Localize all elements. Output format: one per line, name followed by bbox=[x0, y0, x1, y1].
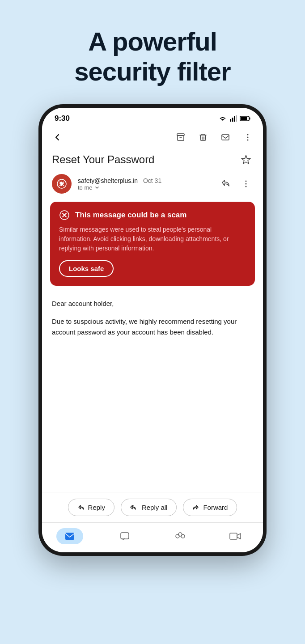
email-subject-row: Reset Your Password bbox=[42, 148, 263, 170]
email-toolbar bbox=[42, 127, 263, 148]
meet-icon bbox=[229, 531, 241, 541]
svg-point-9 bbox=[247, 134, 249, 136]
svg-rect-3 bbox=[236, 115, 237, 122]
reply-button[interactable]: Reply bbox=[68, 499, 114, 516]
chat-icon bbox=[119, 531, 130, 542]
phone-frame: 9:30 bbox=[38, 104, 267, 556]
bottom-nav bbox=[42, 522, 263, 552]
scam-warning: This message could be a scam Similar mes… bbox=[50, 202, 255, 286]
svg-rect-0 bbox=[230, 119, 231, 122]
email-greeting: Dear account holder, bbox=[52, 298, 253, 309]
svg-rect-5 bbox=[250, 118, 250, 120]
svg-point-10 bbox=[247, 137, 249, 138]
status-icons bbox=[218, 115, 250, 122]
svg-point-15 bbox=[246, 186, 247, 187]
scam-header: This message could be a scam bbox=[59, 210, 246, 220]
nav-chat-icon-wrap bbox=[111, 528, 138, 544]
reply-actions: Reply Reply all Forward bbox=[42, 492, 263, 522]
phone-mockup: 9:30 bbox=[38, 104, 267, 644]
svg-rect-6 bbox=[241, 117, 247, 120]
reply-icon-button[interactable] bbox=[218, 177, 233, 191]
wifi-icon bbox=[218, 115, 227, 122]
scam-title: This message could be a scam bbox=[75, 211, 186, 220]
archive-button[interactable] bbox=[174, 130, 188, 144]
hero-title: A powerful security filter bbox=[27, 27, 278, 86]
nav-meet[interactable] bbox=[222, 528, 249, 544]
nav-mail[interactable] bbox=[56, 528, 83, 544]
email-subject: Reset Your Password bbox=[52, 153, 154, 166]
svg-rect-18 bbox=[121, 533, 129, 539]
svg-point-11 bbox=[247, 140, 249, 141]
nav-meet-icon-wrap bbox=[222, 528, 249, 544]
email-content: Due to suspcious activity, we highly rec… bbox=[52, 316, 253, 338]
forward-button[interactable]: Forward bbox=[183, 499, 237, 516]
signal-icon bbox=[230, 115, 237, 122]
more-button[interactable] bbox=[241, 130, 255, 144]
svg-point-21 bbox=[178, 533, 182, 536]
reply-all-button[interactable]: Reply all bbox=[121, 499, 177, 516]
mark-read-button[interactable] bbox=[218, 130, 233, 144]
nav-spaces[interactable] bbox=[167, 528, 194, 544]
sender-email: safety@shelterplus.in Oct 31 bbox=[78, 177, 212, 184]
phone-screen: 9:30 bbox=[42, 108, 263, 552]
mail-icon bbox=[64, 532, 75, 541]
svg-point-13 bbox=[246, 181, 247, 182]
scam-icon bbox=[59, 210, 70, 220]
hero-section: A powerful security filter bbox=[0, 0, 305, 100]
scam-body: Similar messages were used to steal peop… bbox=[59, 225, 246, 253]
svg-rect-17 bbox=[65, 533, 74, 540]
battery-icon bbox=[240, 116, 250, 121]
back-button[interactable] bbox=[50, 130, 64, 144]
nav-chat[interactable] bbox=[111, 528, 138, 544]
toolbar-left bbox=[50, 130, 64, 144]
svg-point-14 bbox=[246, 183, 247, 185]
looks-safe-button[interactable]: Looks safe bbox=[59, 260, 114, 277]
star-button[interactable] bbox=[239, 153, 253, 167]
status-time: 9:30 bbox=[55, 114, 70, 123]
nav-mail-icon-wrap bbox=[56, 528, 83, 544]
sender-row: safety@shelterplus.in Oct 31 to me bbox=[42, 170, 263, 197]
svg-rect-8 bbox=[222, 135, 229, 140]
sender-actions bbox=[218, 177, 253, 191]
sender-to[interactable]: to me bbox=[78, 184, 212, 191]
spaces-icon bbox=[174, 531, 186, 541]
email-body-text: Dear account holder, Due to suspcious ac… bbox=[52, 298, 253, 338]
toolbar-right bbox=[174, 130, 255, 144]
svg-rect-22 bbox=[230, 533, 237, 539]
svg-rect-2 bbox=[234, 116, 235, 122]
email-body: Dear account holder, Due to suspcious ac… bbox=[42, 290, 263, 492]
sender-info: safety@shelterplus.in Oct 31 to me bbox=[78, 177, 212, 191]
status-bar: 9:30 bbox=[42, 108, 263, 127]
svg-rect-1 bbox=[232, 118, 233, 122]
delete-button[interactable] bbox=[196, 130, 210, 144]
nav-spaces-icon-wrap bbox=[167, 528, 194, 544]
sender-avatar bbox=[52, 174, 72, 194]
more-sender-button[interactable] bbox=[239, 177, 253, 191]
